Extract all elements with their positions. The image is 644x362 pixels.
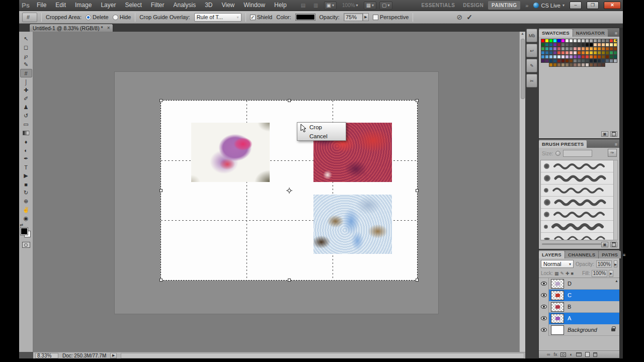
color-swatch[interactable] bbox=[565, 59, 569, 63]
color-swatch[interactable] bbox=[541, 51, 545, 55]
color-swatch[interactable] bbox=[605, 47, 609, 51]
crop-selection[interactable]: Crop Cancel bbox=[160, 100, 418, 281]
color-swatch[interactable] bbox=[553, 47, 557, 51]
color-swatch[interactable] bbox=[589, 47, 593, 51]
color-swatch[interactable] bbox=[573, 59, 577, 63]
color-swatch[interactable] bbox=[597, 51, 601, 55]
color-swatch[interactable] bbox=[573, 39, 577, 43]
spot-healing-brush-tool[interactable]: ✚ bbox=[20, 86, 32, 95]
color-swatch[interactable] bbox=[553, 55, 557, 59]
color-swatch[interactable] bbox=[601, 43, 605, 47]
eyedropper-tool[interactable]: ⌡ bbox=[20, 77, 32, 86]
workspace-design[interactable]: DESIGN bbox=[459, 1, 487, 10]
size-knob-icon[interactable] bbox=[555, 151, 560, 156]
color-swatch[interactable] bbox=[553, 51, 557, 55]
color-swatch[interactable] bbox=[573, 55, 577, 59]
color-swatch[interactable] bbox=[561, 51, 565, 55]
color-swatch[interactable] bbox=[557, 59, 561, 63]
color-swatch[interactable] bbox=[605, 43, 609, 47]
layers-fill-field[interactable]: 100% bbox=[592, 270, 608, 277]
color-swatch[interactable] bbox=[585, 55, 589, 59]
color-swatch[interactable] bbox=[549, 39, 553, 43]
color-swatch[interactable] bbox=[581, 59, 585, 63]
layer-styles-icon[interactable]: fx bbox=[553, 352, 557, 357]
color-swatch[interactable] bbox=[541, 47, 545, 51]
cancel-crop-icon[interactable]: ⊘ bbox=[456, 13, 462, 21]
crop-handle-mid-left[interactable] bbox=[159, 189, 163, 192]
color-swatch[interactable] bbox=[565, 43, 569, 47]
lock-position-icon[interactable]: ✚ bbox=[566, 271, 570, 276]
color-swatch[interactable] bbox=[597, 47, 601, 51]
clone-stamp-tool[interactable]: ♟ bbox=[20, 103, 32, 112]
color-swatch[interactable] bbox=[585, 51, 589, 55]
layer-row-a[interactable]: A bbox=[539, 313, 619, 324]
crop-handle-top-right[interactable] bbox=[416, 99, 419, 102]
color-swatch[interactable] bbox=[577, 63, 581, 67]
tab-swatches[interactable]: SWATCHES bbox=[539, 29, 573, 37]
crop-handle-mid-right[interactable] bbox=[416, 189, 419, 192]
color-swatch[interactable] bbox=[557, 47, 561, 51]
color-swatch[interactable] bbox=[553, 43, 557, 47]
horizontal-scrollbar[interactable] bbox=[121, 353, 524, 358]
commit-crop-icon[interactable]: ✓ bbox=[466, 13, 472, 21]
delete-radio[interactable]: Delete bbox=[86, 14, 109, 20]
layer-thumbnail[interactable] bbox=[551, 302, 564, 312]
color-swatch[interactable] bbox=[609, 51, 613, 55]
screen-layout-icon[interactable]: ▦▾ bbox=[364, 2, 376, 10]
color-swatch[interactable] bbox=[597, 59, 601, 63]
new-group-icon[interactable] bbox=[576, 352, 582, 356]
crop-center-target-icon[interactable] bbox=[286, 188, 292, 194]
color-swatch[interactable] bbox=[597, 43, 601, 47]
color-swatch[interactable] bbox=[577, 43, 581, 47]
visibility-eye-icon[interactable] bbox=[541, 305, 547, 309]
menu-filter[interactable]: Filter bbox=[146, 0, 169, 11]
adjustment-layer-icon[interactable]: ◐ bbox=[570, 352, 572, 357]
color-swatch[interactable] bbox=[605, 55, 609, 59]
menu-window[interactable]: Window bbox=[239, 0, 270, 11]
brush-preset-row[interactable] bbox=[541, 233, 614, 240]
color-swatch[interactable] bbox=[549, 43, 553, 47]
color-swatch[interactable] bbox=[589, 59, 593, 63]
quick-selection-tool[interactable]: ✎ bbox=[20, 60, 32, 69]
color-swatch[interactable] bbox=[557, 43, 561, 47]
path-selection-tool[interactable]: ▶ bbox=[20, 171, 32, 180]
brush-preset-row[interactable] bbox=[541, 221, 614, 233]
3d-pan-tool[interactable]: ⊕ bbox=[20, 197, 32, 206]
close-button[interactable]: ✕ bbox=[604, 2, 621, 9]
color-swatch[interactable] bbox=[561, 43, 565, 47]
color-swatch[interactable] bbox=[581, 47, 585, 51]
brush-preset-row[interactable] bbox=[541, 160, 614, 172]
type-tool[interactable]: T bbox=[20, 163, 32, 171]
cs-live-button[interactable]: CS Live ▾ bbox=[533, 3, 565, 9]
layer-thumbnail[interactable] bbox=[551, 325, 564, 335]
color-swatch[interactable] bbox=[561, 55, 565, 59]
pen-tool[interactable]: ✒ bbox=[20, 154, 32, 163]
menu-image[interactable]: Image bbox=[70, 0, 96, 11]
menu-file[interactable]: File bbox=[32, 0, 51, 11]
3d-rotate-tool[interactable]: ↻ bbox=[20, 189, 32, 197]
opacity-spinner[interactable]: ▶ bbox=[614, 260, 617, 267]
layer-thumbnail[interactable] bbox=[551, 279, 564, 289]
visibility-eye-icon[interactable] bbox=[541, 316, 547, 320]
menu-select[interactable]: Select bbox=[120, 0, 146, 11]
color-swatch[interactable] bbox=[569, 39, 573, 43]
color-swatch[interactable] bbox=[593, 51, 597, 55]
color-swatch[interactable] bbox=[589, 51, 593, 55]
color-swatch[interactable] bbox=[557, 55, 561, 59]
shield-color-swatch[interactable] bbox=[295, 14, 315, 21]
history-brush-tool[interactable]: ↺ bbox=[20, 112, 32, 120]
crop-handle-top-left[interactable] bbox=[159, 99, 163, 102]
color-swatch[interactable] bbox=[549, 55, 553, 59]
blur-tool[interactable]: ♦ bbox=[20, 137, 32, 146]
color-swatch[interactable] bbox=[613, 47, 617, 51]
color-swatch[interactable] bbox=[597, 39, 601, 43]
color-swatch[interactable] bbox=[545, 47, 549, 51]
color-swatch[interactable] bbox=[577, 51, 581, 55]
scroll-up-icon[interactable]: ▲ bbox=[614, 38, 618, 42]
color-swatch[interactable] bbox=[589, 43, 593, 47]
color-swatch[interactable] bbox=[565, 63, 569, 67]
panel-menu-icon[interactable]: ≡ bbox=[621, 251, 627, 258]
color-swatch[interactable] bbox=[573, 63, 577, 67]
color-swatch[interactable] bbox=[593, 39, 597, 43]
color-swatch[interactable] bbox=[593, 43, 597, 47]
